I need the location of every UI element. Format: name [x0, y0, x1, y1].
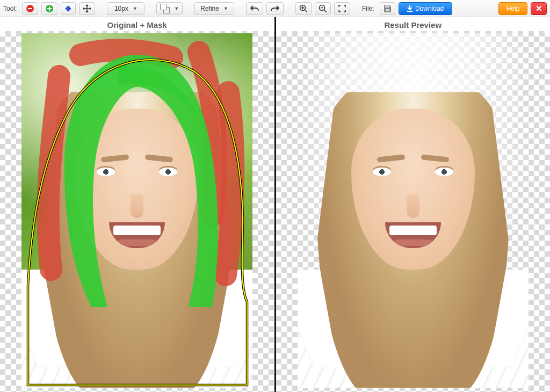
close-icon: ✕ — [535, 4, 542, 13]
redo-icon — [270, 5, 280, 12]
panel-title-right: Result Preview — [384, 20, 442, 30]
remove-tool-button[interactable] — [22, 2, 38, 15]
chevron-down-icon: ▼ — [223, 6, 228, 11]
result-photo — [298, 33, 529, 388]
undo-icon — [250, 5, 259, 12]
add-tool-button[interactable] — [41, 2, 57, 15]
panel-result: Result Preview — [276, 17, 551, 392]
move-tool-button[interactable] — [79, 2, 95, 15]
save-button[interactable] — [380, 2, 395, 15]
original-photo — [21, 33, 252, 388]
diamond-icon — [64, 5, 72, 12]
chevron-down-icon: ▼ — [174, 6, 179, 11]
tool-label: Tool: — [3, 5, 17, 12]
panel-original: Original + Mask — [0, 17, 274, 392]
panel-title-left: Original + Mask — [107, 20, 167, 30]
brush-size-value: 10px — [114, 5, 128, 12]
zoom-out-icon — [319, 4, 327, 13]
svg-rect-1 — [28, 8, 32, 9]
zoom-out-button[interactable] — [315, 2, 331, 15]
svg-rect-5 — [66, 5, 71, 11]
color-swatch-button[interactable]: ▼ — [156, 2, 183, 15]
move-icon — [83, 4, 91, 13]
help-button[interactable]: Help — [498, 2, 527, 15]
download-button[interactable]: Download — [399, 2, 452, 15]
canvas-right[interactable] — [276, 31, 551, 392]
refine-dropdown[interactable]: Refine ▼ — [194, 2, 234, 15]
zoom-in-button[interactable] — [295, 2, 312, 15]
redo-button[interactable] — [266, 2, 284, 15]
close-button[interactable]: ✕ — [531, 2, 547, 15]
toolbar: Tool: 10px ▼ ▼ Refine ▼ — [0, 0, 550, 17]
file-label: File: — [362, 5, 374, 12]
refine-label: Refine — [200, 5, 219, 12]
svg-rect-4 — [49, 6, 50, 11]
arrow-down-icon — [407, 5, 413, 12]
color-swatch-icon — [160, 4, 170, 13]
undo-button[interactable] — [246, 2, 263, 15]
brush-size-dropdown[interactable]: 10px ▼ — [107, 2, 144, 15]
canvas-left[interactable] — [0, 31, 274, 392]
svg-rect-9 — [386, 9, 389, 11]
chevron-down-icon: ▼ — [133, 6, 138, 11]
add-circle-icon — [45, 4, 54, 13]
remove-circle-icon — [26, 4, 34, 13]
fit-screen-icon — [338, 4, 346, 13]
diamond-tool-button[interactable] — [61, 2, 76, 15]
workspace: Original + Mask — [0, 17, 550, 392]
download-label: Download — [415, 5, 444, 12]
zoom-in-icon — [299, 4, 308, 13]
fit-screen-button[interactable] — [334, 2, 350, 15]
floppy-disk-icon — [383, 4, 392, 12]
svg-rect-8 — [385, 5, 389, 8]
help-label: Help — [506, 5, 520, 12]
